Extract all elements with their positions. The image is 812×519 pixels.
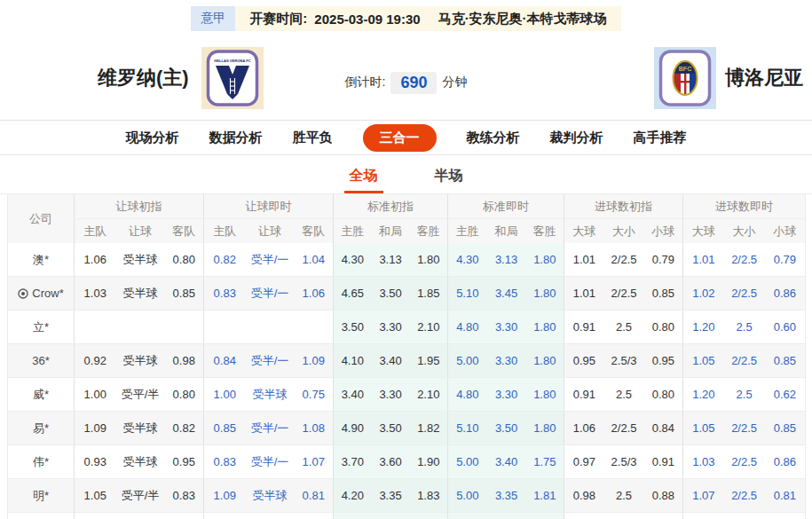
odds-cell[interactable]: 1.20 — [683, 513, 724, 519]
odds-cell[interactable]: 受半/一 — [246, 445, 295, 479]
odds-cell[interactable]: 受半球 — [246, 378, 295, 412]
subtab-1[interactable]: 半场 — [430, 167, 469, 193]
nav-tab-1[interactable]: 数据分析 — [209, 130, 263, 146]
odds-cell[interactable]: 0.62 — [765, 378, 806, 412]
odds-cell[interactable] — [246, 311, 295, 344]
odds-cell[interactable]: 0.85 — [765, 344, 806, 378]
company-cell[interactable]: Interwet* — [8, 513, 75, 519]
odds-cell[interactable]: 受半/一 — [246, 344, 295, 378]
odds-cell[interactable]: 4.90 — [448, 513, 487, 519]
odds-cell[interactable]: 0.75 — [295, 378, 334, 412]
company-cell[interactable]: 立* — [8, 311, 75, 344]
odds-cell[interactable]: 受半球 — [246, 479, 295, 513]
odds-cell[interactable]: 0.86 — [765, 445, 806, 479]
odds-cell[interactable]: 1.00 — [204, 378, 246, 412]
odds-cell[interactable]: 1.06 — [295, 277, 334, 311]
odds-cell[interactable]: 2.5 — [724, 378, 765, 412]
odds-cell[interactable]: 3.50 — [487, 412, 526, 445]
odds-cell[interactable]: 3.13 — [487, 243, 526, 277]
odds-cell[interactable]: 1.00 — [204, 513, 246, 519]
odds-cell[interactable]: 1.02 — [683, 277, 724, 311]
odds-cell[interactable]: 0.85 — [765, 412, 806, 445]
odds-cell[interactable]: 0.80 — [295, 513, 334, 519]
company-cell[interactable]: 澳* — [8, 243, 75, 277]
odds-cell[interactable]: 1.07 — [295, 445, 334, 479]
odds-cell[interactable]: 3.35 — [487, 479, 526, 513]
odds-cell[interactable]: 3.30 — [487, 378, 526, 412]
odds-cell[interactable]: 2/2.5 — [724, 344, 765, 378]
odds-cell[interactable]: 1.05 — [683, 344, 724, 378]
odds-cell[interactable]: 0.84 — [204, 344, 246, 378]
odds-cell[interactable]: 3.40 — [487, 445, 526, 479]
nav-tab-6[interactable]: 高手推荐 — [634, 130, 687, 146]
odds-cell[interactable]: 0.60 — [765, 311, 806, 344]
odds-cell[interactable]: 2.5 — [724, 311, 765, 344]
nav-tab-5[interactable]: 裁判分析 — [550, 130, 603, 146]
nav-tab-4[interactable]: 教练分析 — [467, 130, 520, 146]
odds-cell[interactable]: 0.85 — [204, 412, 246, 445]
odds-cell[interactable]: 1.80 — [526, 243, 564, 277]
odds-cell[interactable]: 1.07 — [683, 479, 724, 513]
odds-cell[interactable]: 0.81 — [765, 479, 806, 513]
company-cell[interactable]: Crow* — [8, 277, 75, 311]
odds-cell[interactable]: 3.45 — [487, 277, 526, 311]
odds-cell[interactable]: 1.80 — [526, 513, 564, 519]
odds-cell[interactable]: 1.80 — [526, 412, 564, 445]
nav-tab-3[interactable]: 三合一 — [363, 124, 437, 152]
odds-cell[interactable] — [295, 311, 334, 344]
odds-cell[interactable]: 5.00 — [448, 445, 487, 479]
odds-cell[interactable]: 1.75 — [526, 445, 564, 479]
odds-cell[interactable]: 3.30 — [487, 311, 526, 344]
odds-cell[interactable]: 2/2.5 — [724, 243, 765, 277]
odds-cell[interactable]: 0.79 — [765, 243, 806, 277]
company-cell[interactable]: 易* — [8, 412, 75, 445]
odds-cell[interactable]: 2.5 — [724, 513, 765, 519]
odds-cell[interactable]: 2/2.5 — [724, 479, 765, 513]
odds-cell[interactable]: 4.80 — [448, 378, 487, 412]
odds-cell[interactable]: 受半球 — [246, 513, 295, 519]
odds-cell[interactable]: 1.80 — [526, 311, 564, 344]
odds-cell[interactable]: 5.10 — [448, 412, 487, 445]
odds-cell[interactable]: 1.03 — [683, 445, 724, 479]
odds-cell[interactable]: 1.81 — [526, 479, 564, 513]
odds-cell[interactable]: 2/2.5 — [724, 445, 765, 479]
odds-cell[interactable]: 1.80 — [526, 344, 564, 378]
odds-cell[interactable]: 4.30 — [448, 243, 487, 277]
odds-cell[interactable]: 1.09 — [295, 344, 334, 378]
nav-tab-0[interactable]: 现场分析 — [126, 130, 179, 146]
odds-cell[interactable]: 1.05 — [683, 412, 724, 445]
odds-cell[interactable]: 受半/一 — [246, 277, 295, 311]
odds-cell[interactable]: 1.08 — [295, 412, 334, 445]
odds-cell[interactable]: 5.00 — [448, 479, 487, 513]
company-cell[interactable]: 明* — [8, 479, 75, 513]
odds-cell[interactable]: 1.20 — [683, 311, 724, 344]
odds-cell[interactable]: 4.80 — [448, 311, 487, 344]
subtab-0[interactable]: 全场 — [344, 167, 383, 193]
odds-cell[interactable]: 5.10 — [448, 277, 487, 311]
odds-cell[interactable]: 1.20 — [683, 378, 724, 412]
odds-cell[interactable]: 5.00 — [448, 344, 487, 378]
odds-cell[interactable]: 3.40 — [487, 513, 526, 519]
odds-cell[interactable]: 1.01 — [683, 243, 724, 277]
company-cell[interactable]: 36* — [8, 344, 75, 378]
odds-cell[interactable]: 1.80 — [526, 378, 564, 412]
odds-cell[interactable]: 1.09 — [204, 479, 246, 513]
odds-cell[interactable] — [204, 311, 246, 344]
odds-cell[interactable]: 受半/一 — [246, 412, 295, 445]
odds-cell[interactable]: 0.82 — [204, 243, 246, 277]
odds-cell[interactable]: 受半/一 — [246, 243, 295, 277]
odds-cell[interactable]: 1.04 — [295, 243, 334, 277]
nav-tab-2[interactable]: 胜平负 — [293, 130, 333, 146]
odds-cell[interactable]: 2/2.5 — [724, 412, 765, 445]
odds-cell[interactable]: 0.83 — [204, 277, 246, 311]
odds-cell[interactable]: 0.81 — [295, 479, 334, 513]
odds-cell[interactable]: 1.80 — [526, 277, 564, 311]
company-cell[interactable]: 伟* — [8, 445, 75, 479]
odds-cell[interactable]: 2/2.5 — [724, 277, 765, 311]
company-cell[interactable]: 威* — [8, 378, 75, 412]
odds-cell[interactable]: 0.83 — [204, 445, 246, 479]
odds-cell[interactable]: 3.30 — [487, 344, 526, 378]
league-badge[interactable]: 意甲 — [191, 6, 235, 31]
odds-cell[interactable]: 0.86 — [765, 277, 806, 311]
odds-cell[interactable]: 0.63 — [765, 513, 806, 519]
